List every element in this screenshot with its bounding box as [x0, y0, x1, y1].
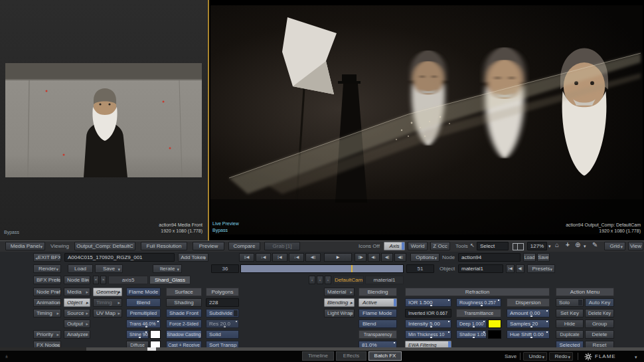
- object-nav-button[interactable]: Object: [64, 298, 90, 307]
- uv-map-nav-button[interactable]: UV Map: [93, 309, 122, 317]
- transport-prev-key-button[interactable]: ↓◀: [256, 253, 271, 262]
- node-name-field[interactable]: action94: [458, 253, 521, 262]
- solid-toggle[interactable]: Solid: [206, 330, 239, 339]
- force-2-sided-toggle[interactable]: Force 2-Sided: [166, 319, 202, 328]
- solo-button[interactable]: Solo: [556, 298, 584, 307]
- timing-button[interactable]: Timing: [33, 309, 61, 317]
- right-viewport[interactable]: Live Preview Bypass action94 Output_Comp…: [209, 0, 644, 240]
- select-tool-button[interactable]: Select: [477, 242, 509, 250]
- geometry-nav-button[interactable]: Geometry: [93, 288, 122, 296]
- tab-material1[interactable]: material1: [365, 276, 404, 284]
- setup-save-button[interactable]: Save: [95, 264, 123, 273]
- bfx-prefs-button[interactable]: BFX Prefs: [33, 276, 61, 284]
- intensity-slider[interactable]: Intensity 5.00: [405, 319, 451, 328]
- clip-name-field[interactable]: A004C015_170920_RGZ9_001: [64, 253, 175, 262]
- frame-start-field[interactable]: 36: [211, 264, 239, 273]
- transport-step-fwd-button[interactable]: ◀↓: [368, 253, 380, 262]
- view-button[interactable]: View: [628, 242, 643, 250]
- node-bin-button[interactable]: Node Bin: [64, 276, 90, 284]
- object-prev-button[interactable]: |◀: [506, 264, 515, 273]
- node-load-button[interactable]: Load: [523, 253, 536, 262]
- hue-shift-slider[interactable]: Hue Shift 0.00: [507, 330, 550, 339]
- media-nav-button[interactable]: Media: [64, 288, 90, 296]
- undo-button[interactable]: Undo: [523, 352, 547, 361]
- subdivide-toggle[interactable]: Subdivide: [206, 309, 239, 317]
- options-button[interactable]: Options: [410, 253, 440, 262]
- tab-axis5[interactable]: axis5: [108, 276, 148, 284]
- transport-go-start-button[interactable]: ||◀: [239, 253, 254, 262]
- duplicate-button[interactable]: Duplicate: [556, 330, 584, 339]
- iterate-button[interactable]: Iterate: [153, 264, 182, 273]
- amount-slider[interactable]: Amount 0.00: [507, 309, 550, 317]
- tab-batch-fx[interactable]: Batch FX: [368, 351, 402, 361]
- playhead[interactable]: [351, 265, 353, 272]
- redo-button[interactable]: Redo: [549, 352, 573, 361]
- compare-button[interactable]: Compare: [228, 242, 260, 250]
- transport-go-end-button[interactable]: ◀||: [394, 253, 406, 262]
- animation-button[interactable]: Animation: [33, 298, 61, 307]
- render-button[interactable]: Render: [33, 264, 61, 273]
- presets-button[interactable]: Presets: [527, 264, 555, 273]
- shine-color-swatch[interactable]: [150, 330, 161, 339]
- transport-step-back-button[interactable]: ↓◀: [289, 253, 304, 262]
- delete-key-button[interactable]: Delete Key: [585, 309, 614, 317]
- transport-play-button[interactable]: ▶: [324, 253, 352, 262]
- link-down-icon-button-2[interactable]: ↓: [317, 276, 323, 284]
- res-slider[interactable]: Res 20.0: [206, 319, 239, 328]
- shallow-slider[interactable]: Shallow 1.000: [456, 330, 487, 339]
- object-next-button[interactable]: ◀|: [516, 264, 524, 273]
- add-token-button[interactable]: Add Token: [178, 253, 208, 262]
- timeline-slider[interactable]: [240, 264, 404, 273]
- eyedropper-icon[interactable]: ✎: [592, 241, 598, 249]
- delete-button[interactable]: Delete: [585, 330, 614, 339]
- grab-button[interactable]: Grab [1]: [264, 242, 300, 250]
- grid-button[interactable]: Grid: [604, 242, 625, 250]
- ior-slider[interactable]: IOR 1.500: [405, 298, 451, 307]
- group-button[interactable]: Group: [585, 319, 614, 328]
- material-nav-button[interactable]: Material: [324, 288, 355, 296]
- active-toggle[interactable]: Active: [359, 298, 397, 307]
- dual-view-icon[interactable]: [513, 243, 524, 250]
- globe-dropdown-icon[interactable]: ▾: [584, 242, 586, 250]
- analyzer-nav-button[interactable]: Analyzer: [64, 330, 90, 339]
- transport-play-fwd-button[interactable]: ||▶: [355, 253, 366, 262]
- transport-prev-edit-button[interactable]: [◀: [272, 253, 287, 262]
- transparency-slider[interactable]: Trans 46.0%: [126, 319, 161, 328]
- transport-next-edit-button[interactable]: ◀]: [381, 253, 393, 262]
- transport-play-back-button[interactable]: ◀||: [305, 253, 321, 262]
- polygons-count-field[interactable]: 228: [206, 298, 239, 307]
- globe-icon[interactable]: ⊕: [575, 241, 580, 249]
- link-down-icon-button-1[interactable]: ↓: [309, 276, 315, 284]
- media-panel-button[interactable]: Media Panel: [5, 242, 45, 250]
- output-nav-button[interactable]: Output: [64, 319, 90, 328]
- z-occ-toggle[interactable]: Z Occ: [430, 242, 450, 250]
- shallow-color-swatch[interactable]: [488, 330, 501, 339]
- deep-color-swatch[interactable]: [488, 319, 501, 328]
- node-save-button[interactable]: Save: [537, 253, 550, 262]
- fit-view-icon[interactable]: +: [566, 241, 570, 249]
- tab-defaultcam[interactable]: DefaultCam: [333, 276, 364, 284]
- left-viewport[interactable]: Bypass action94 Media Front 1920 x 1080 …: [0, 0, 208, 240]
- full-resolution-button[interactable]: Full Resolution: [141, 242, 187, 250]
- tab-next-button[interactable]: >: [100, 276, 106, 284]
- hide-button[interactable]: Hide: [556, 319, 584, 328]
- tab-effects[interactable]: Effects: [336, 351, 366, 361]
- tab-prev-button[interactable]: <: [93, 276, 99, 284]
- premultiplied-toggle[interactable]: Premultiplied: [126, 309, 161, 317]
- priority-button[interactable]: Priority: [33, 330, 61, 339]
- tab-shard-glass[interactable]: Shard_Glass: [149, 276, 191, 284]
- min-thickness-slider[interactable]: Min Thickness 10: [405, 330, 451, 339]
- zoom-dropdown-icon[interactable]: ▾: [548, 242, 551, 250]
- output-comp-button[interactable]: Output_Comp: DefaultC: [74, 242, 135, 250]
- samples-slider[interactable]: Samples 20: [507, 319, 550, 328]
- deep-slider[interactable]: Deep 1.000: [456, 319, 487, 328]
- setup-load-button[interactable]: Load: [68, 264, 93, 273]
- set-key-button[interactable]: Set Key: [556, 309, 584, 317]
- brand-dropdown-icon[interactable]: ▾: [635, 353, 637, 361]
- exit-bfx-button[interactable]: EXIT BFX: [33, 253, 61, 262]
- save-action-label[interactable]: Save: [505, 353, 517, 359]
- shadow-casting-toggle[interactable]: Shadow Casting: [166, 330, 202, 339]
- auto-key-button[interactable]: Auto Key: [585, 298, 614, 307]
- blend-toggle[interactable]: Blend: [126, 298, 161, 307]
- blending-nav-button[interactable]: Blending: [324, 298, 355, 307]
